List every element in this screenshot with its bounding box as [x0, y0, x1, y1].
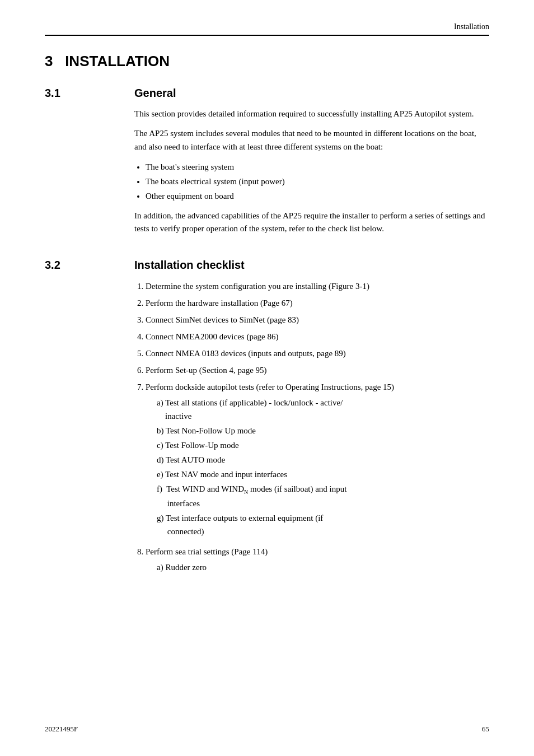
- list-item: Perform Set-up (Section 4, page 95): [146, 363, 489, 377]
- footer-left: 20221495F: [45, 725, 78, 734]
- list-item: c) Test Follow-Up mode: [157, 438, 489, 452]
- section-31-number: 3.1: [45, 87, 134, 100]
- list-item: Other equipment on board: [146, 189, 489, 203]
- page-footer: 20221495F 65: [45, 725, 489, 734]
- item7-sublist: a) Test all stations (if applicable) - l…: [157, 396, 489, 538]
- list-item: The boats electrical system (input power…: [146, 175, 489, 188]
- section-31-body: General This section provides detailed i…: [134, 87, 489, 242]
- list-item: The boat's steering system: [146, 160, 489, 174]
- list-item: Perform sea trial settings (Page 114) a)…: [146, 545, 489, 574]
- list-item: Perform dockside autopilot tests (refer …: [146, 380, 489, 538]
- list-item: g) Test interface outputs to external eq…: [157, 511, 489, 538]
- header-title: Installation: [454, 22, 489, 31]
- section-31-para3: In addition, the advanced capabilities o…: [134, 209, 489, 236]
- list-item: Perform the hardware installation (Page …: [146, 296, 489, 310]
- section-32-body: Installation checklist Determine the sys…: [134, 259, 489, 581]
- list-item: f) Test WIND and WINDN modes (if sailboa…: [157, 482, 489, 510]
- chapter-title: 3 INSTALLATION: [45, 53, 489, 70]
- section-31-bullets: The boat's steering system The boats ele…: [146, 160, 489, 203]
- list-item: Connect NMEA2000 devices (page 86): [146, 330, 489, 343]
- section-31-para2: The AP25 system includes several modules…: [134, 127, 489, 153]
- checklist: Determine the system configuration you a…: [146, 279, 489, 574]
- list-item: b) Test Non-Follow Up mode: [157, 424, 489, 437]
- list-item: Connect NMEA 0183 devices (inputs and ou…: [146, 347, 489, 360]
- list-item: a) Test all stations (if applicable) - l…: [157, 396, 489, 423]
- section-32-number: 3.2: [45, 259, 134, 272]
- chapter-number: 3: [45, 53, 53, 69]
- page: Installation 3 INSTALLATION 3.1 General …: [0, 0, 534, 756]
- page-header: Installation: [45, 22, 489, 36]
- section-32: 3.2 Installation checklist Determine the…: [45, 259, 489, 581]
- footer-right: 65: [482, 725, 489, 734]
- list-item: Determine the system configuration you a…: [146, 279, 489, 293]
- list-item: d) Test AUTO mode: [157, 453, 489, 466]
- section-32-heading: Installation checklist: [134, 259, 489, 272]
- chapter-heading: INSTALLATION: [65, 53, 170, 69]
- item8-sublist: a) Rudder zero: [157, 561, 489, 574]
- list-item: a) Rudder zero: [157, 561, 489, 574]
- list-item: e) Test NAV mode and input interfaces: [157, 468, 489, 481]
- list-item: Connect SimNet devices to SimNet (page 8…: [146, 313, 489, 326]
- section-31-heading: General: [134, 87, 489, 100]
- section-31-para1: This section provides detailed informati…: [134, 108, 489, 120]
- section-31: 3.1 General This section provides detail…: [45, 87, 489, 242]
